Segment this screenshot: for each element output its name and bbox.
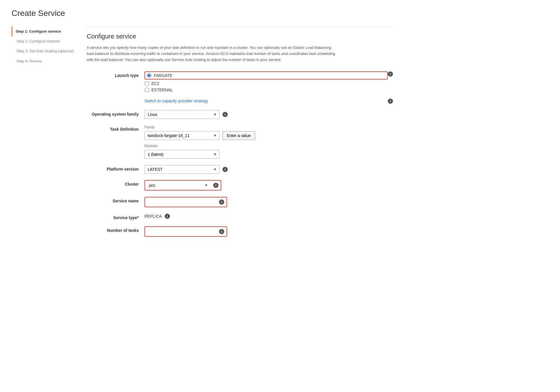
platform-version-row: Platform version LATEST 1.4.0 1.3.0 ▼ [87, 165, 393, 174]
number-of-tasks-highlighted-box: i [144, 226, 227, 237]
capacity-provider-link[interactable]: Switch to capacity provider strategy [144, 99, 388, 103]
platform-version-select-wrapper: LATEST 1.4.0 1.3.0 ▼ [144, 165, 220, 174]
launch-type-label: Launch type [87, 71, 144, 78]
number-of-tasks-controls: i [144, 226, 393, 237]
sidebar: Step 1: Configure service Step 2: Config… [12, 27, 75, 243]
fargate-radio[interactable] [147, 73, 151, 78]
launch-type-radio-group: FARGATE EC2 EXTERNAL [144, 71, 388, 92]
service-type-controls: REPLICA i [144, 214, 393, 219]
ec2-label: EC2 [151, 81, 159, 86]
launch-type-ec2-option[interactable]: EC2 [144, 81, 388, 86]
number-of-tasks-control-row: i [144, 226, 393, 237]
number-of-tasks-info-icon[interactable]: i [219, 229, 224, 234]
cluster-select-wrapper: pcc ▼ [147, 182, 211, 188]
cluster-info-icon[interactable]: i [213, 183, 218, 188]
launch-type-external-option[interactable]: EXTERNAL [144, 88, 388, 92]
platform-version-controls: LATEST 1.4.0 1.3.0 ▼ i [144, 165, 393, 174]
task-definition-label: Task Definition [87, 125, 144, 132]
page-title: Create Service [12, 9, 393, 18]
launch-type-fargate-option[interactable]: FARGATE [144, 71, 388, 79]
external-label: EXTERNAL [151, 88, 173, 92]
launch-type-row: Launch type FARGATE EC2 [87, 71, 393, 92]
task-definition-revision-sublabel: Revision [144, 144, 393, 148]
cluster-label: Cluster [87, 180, 144, 186]
service-name-label: Service name [87, 197, 144, 203]
section-description: A service lets you specify how many copi… [87, 45, 335, 63]
task-definition-family-row: twistlock-fargate-18_11 ▼ Enter a value [144, 131, 393, 140]
launch-type-info-icon[interactable]: i [388, 71, 393, 77]
task-definition-row: Task Definition Family twistlock-fargate… [87, 125, 393, 159]
capacity-provider-info-icon[interactable]: i [388, 99, 393, 104]
capacity-provider-row: Switch to capacity provider strategy i [87, 99, 393, 104]
task-definition-revision-select-wrapper: 1 (latest) ▼ [144, 150, 220, 159]
sidebar-item-step1[interactable]: Step 1: Configure service [12, 27, 75, 36]
platform-version-label: Platform version [87, 165, 144, 171]
task-definition-revision-row: 1 (latest) ▼ [144, 150, 393, 159]
os-family-select-wrapper: Linux Windows Server 2019 Full Windows S… [144, 110, 220, 119]
cluster-highlighted-box: pcc ▼ i [144, 180, 221, 191]
service-name-control-row: i [144, 197, 393, 207]
enter-value-button[interactable]: Enter a value [222, 131, 255, 140]
os-family-row: Operating system family Linux Windows Se… [87, 110, 393, 119]
service-name-controls: i [144, 197, 393, 207]
platform-version-info-icon[interactable]: i [222, 167, 228, 172]
cluster-row: Cluster pcc ▼ i [87, 180, 393, 191]
service-name-input[interactable] [147, 199, 217, 205]
os-family-controls: Linux Windows Server 2019 Full Windows S… [144, 110, 393, 119]
ec2-radio[interactable] [144, 81, 149, 86]
main-content: Configure service A service lets you spe… [87, 27, 393, 243]
external-radio[interactable] [144, 88, 149, 92]
number-of-tasks-row: Number of tasks i [87, 226, 393, 237]
sidebar-item-step2[interactable]: Step 2: Configure network [12, 36, 75, 46]
service-type-control-row: REPLICA i [144, 214, 393, 219]
sidebar-item-step4[interactable]: Step 4: Review [12, 56, 75, 66]
os-family-info-icon[interactable]: i [222, 112, 228, 117]
task-definition-family-select-wrapper: twistlock-fargate-18_11 ▼ [144, 131, 220, 140]
configure-service-form: Launch type FARGATE EC2 [87, 71, 393, 243]
section-title: Configure service [87, 33, 393, 40]
service-type-row: Service type* REPLICA i [87, 214, 393, 220]
platform-version-control-row: LATEST 1.4.0 1.3.0 ▼ i [144, 165, 393, 174]
number-of-tasks-input[interactable] [147, 229, 217, 234]
cluster-control-row: pcc ▼ i [144, 180, 393, 191]
task-definition-family-select[interactable]: twistlock-fargate-18_11 [144, 131, 220, 140]
task-definition-family-sublabel: Family [144, 125, 393, 129]
sidebar-item-step3[interactable]: Step 3: Set Auto Scaling (optional) [12, 46, 75, 56]
service-type-label: Service type* [87, 214, 144, 220]
os-family-control-row: Linux Windows Server 2019 Full Windows S… [144, 110, 393, 119]
fargate-label: FARGATE [154, 73, 172, 78]
cluster-controls: pcc ▼ i [144, 180, 393, 191]
task-definition-controls: Family twistlock-fargate-18_11 ▼ Enter a… [144, 125, 393, 159]
capacity-provider-controls: Switch to capacity provider strategy [144, 99, 388, 103]
service-type-info-icon[interactable]: i [165, 214, 170, 219]
cluster-select[interactable]: pcc [147, 182, 211, 188]
os-family-label: Operating system family [87, 110, 144, 117]
task-definition-revision-select[interactable]: 1 (latest) [144, 150, 220, 159]
service-name-row: Service name i [87, 197, 393, 207]
platform-version-select[interactable]: LATEST 1.4.0 1.3.0 [144, 165, 220, 174]
service-name-highlighted-box: i [144, 197, 227, 207]
capacity-provider-spacer [87, 99, 144, 100]
launch-type-controls: FARGATE EC2 EXTERNAL [144, 71, 388, 92]
service-type-value: REPLICA [144, 214, 162, 219]
os-family-select[interactable]: Linux Windows Server 2019 Full Windows S… [144, 110, 220, 119]
service-name-info-icon[interactable]: i [219, 199, 224, 205]
number-of-tasks-label: Number of tasks [87, 226, 144, 233]
